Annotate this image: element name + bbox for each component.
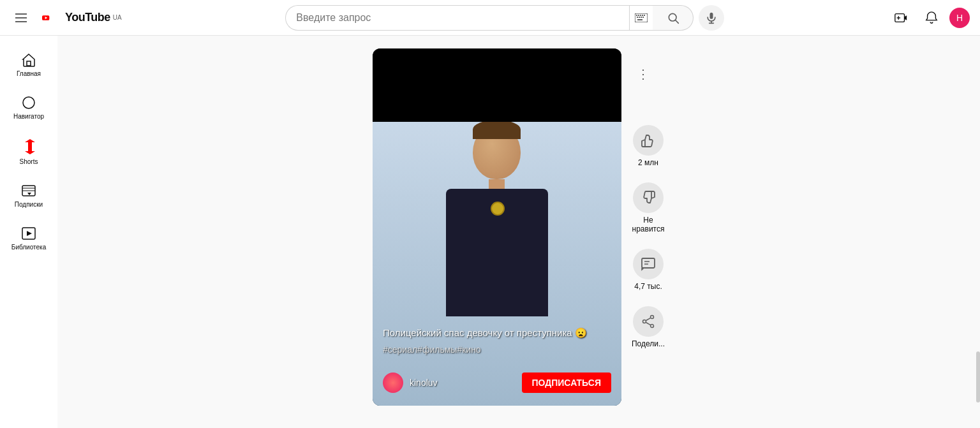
svg-rect-9 — [639, 17, 640, 18]
sidebar-item-label-shorts: Shorts — [20, 158, 38, 165]
shorts-player[interactable]: Полицейский спас девочку от преступника … — [373, 48, 621, 406]
channel-name[interactable]: kinoluv — [410, 378, 438, 388]
youtube-logo-icon — [42, 10, 64, 26]
search-icon — [667, 11, 679, 24]
hamburger-icon — [15, 13, 27, 22]
sidebar-item-label-subscriptions: Подписки — [15, 201, 43, 208]
dislike-icon-circle — [633, 182, 664, 213]
header-center — [281, 5, 728, 31]
sidebar-item-shorts[interactable]: Shorts — [3, 129, 55, 174]
create-icon — [894, 11, 908, 25]
share-label: Подели... — [632, 339, 665, 348]
thumbs-down-icon — [641, 190, 656, 205]
svg-point-36 — [651, 325, 654, 328]
logo-text: YouTube — [65, 11, 110, 24]
video-channel-row: kinoluv ПОДПИСАТЬСЯ — [383, 373, 611, 393]
share-icon — [641, 314, 656, 329]
person-head — [473, 125, 521, 179]
sidebar: Главная Навигатор Shorts Подписки Библио… — [0, 36, 57, 428]
svg-rect-15 — [710, 12, 713, 18]
person-body — [446, 189, 548, 316]
header-left: YouTube UA — [10, 8, 122, 27]
sidebar-item-label-home: Главная — [17, 70, 41, 77]
thumbs-up-icon — [641, 133, 656, 148]
home-icon — [21, 52, 36, 68]
svg-marker-30 — [27, 231, 32, 236]
more-options-area: ⋮ — [632, 48, 655, 87]
subscribe-button[interactable]: ПОДПИСАТЬСЯ — [522, 373, 611, 393]
channel-avatar-image — [383, 373, 403, 393]
svg-marker-28 — [27, 193, 31, 195]
like-icon-circle — [633, 125, 664, 156]
svg-rect-31 — [642, 258, 655, 268]
svg-rect-10 — [641, 17, 642, 18]
create-video-button[interactable] — [888, 5, 914, 31]
hamburger-menu-button[interactable] — [10, 8, 32, 27]
user-avatar-button[interactable]: H — [949, 8, 970, 28]
voice-search-button[interactable] — [699, 5, 724, 31]
youtube-logo[interactable]: YouTube UA — [42, 10, 122, 26]
keyboard-button[interactable] — [629, 5, 653, 31]
shorts-actions: 2 млн Не нравится — [632, 87, 665, 348]
svg-line-14 — [676, 20, 679, 23]
svg-point-34 — [651, 316, 654, 319]
svg-rect-8 — [637, 17, 638, 18]
library-icon — [21, 226, 36, 241]
sidebar-item-subscriptions[interactable]: Подписки — [3, 174, 55, 217]
svg-line-38 — [646, 323, 651, 325]
video-top-black — [373, 48, 621, 122]
video-person — [373, 122, 621, 406]
header-right: H — [888, 5, 970, 31]
svg-rect-4 — [638, 15, 639, 16]
sidebar-item-explore[interactable]: Навигатор — [3, 86, 55, 129]
dislike-label: Не нравится — [632, 216, 665, 233]
svg-marker-24 — [26, 100, 31, 105]
like-count: 2 млн — [638, 158, 658, 167]
video-tags: #сериал#фильмы#кино — [383, 344, 611, 355]
video-content: Полицейский спас девочку от преступника … — [373, 122, 621, 406]
svg-rect-7 — [644, 15, 645, 16]
more-options-button[interactable]: ⋮ — [632, 61, 655, 87]
scrollbar[interactable] — [976, 351, 980, 402]
svg-rect-22 — [27, 61, 31, 66]
header: YouTube UA — [0, 0, 980, 36]
person-neck — [489, 179, 505, 189]
video-title: Полицейский спас девочку от преступника … — [383, 326, 611, 339]
sidebar-item-label-explore: Навигатор — [13, 113, 44, 120]
svg-rect-5 — [640, 15, 641, 16]
share-icon-circle — [633, 306, 664, 337]
search-form — [285, 5, 694, 31]
svg-point-35 — [643, 320, 646, 323]
svg-rect-6 — [642, 15, 643, 16]
keyboard-icon — [635, 13, 648, 22]
subscriptions-icon — [21, 183, 36, 198]
shorts-container: Полицейский спас девочку от преступника … — [373, 48, 665, 406]
share-action[interactable]: Подели... — [632, 306, 665, 348]
sidebar-item-library[interactable]: Библиотека — [3, 217, 55, 260]
search-button[interactable] — [653, 5, 694, 31]
shorts-icon — [21, 138, 36, 156]
bell-icon — [924, 11, 939, 25]
svg-point-23 — [23, 97, 34, 108]
main-content: Полицейский спас девочку от преступника … — [57, 36, 980, 428]
svg-rect-3 — [636, 15, 637, 16]
channel-avatar — [383, 373, 403, 393]
comment-icon — [641, 256, 656, 272]
search-input[interactable] — [285, 5, 629, 31]
logo-badge: UA — [113, 14, 122, 21]
svg-line-37 — [646, 318, 651, 321]
right-column: ⋮ 2 млн — [632, 48, 665, 348]
notifications-button[interactable] — [919, 5, 944, 31]
comments-count: 4,7 тыс. — [634, 282, 662, 291]
svg-rect-11 — [642, 17, 644, 18]
video-overlay-text: Полицейский спас девочку от преступника … — [383, 326, 611, 355]
microphone-icon — [705, 11, 718, 24]
comments-action[interactable]: 4,7 тыс. — [633, 249, 664, 291]
sidebar-item-label-library: Библиотека — [11, 244, 46, 251]
comments-icon-circle — [633, 249, 664, 279]
dislike-action[interactable]: Не нравится — [632, 182, 665, 233]
like-action[interactable]: 2 млн — [633, 125, 664, 167]
compass-icon — [21, 95, 36, 110]
sidebar-item-home[interactable]: Главная — [3, 43, 55, 86]
svg-rect-12 — [637, 19, 642, 20]
